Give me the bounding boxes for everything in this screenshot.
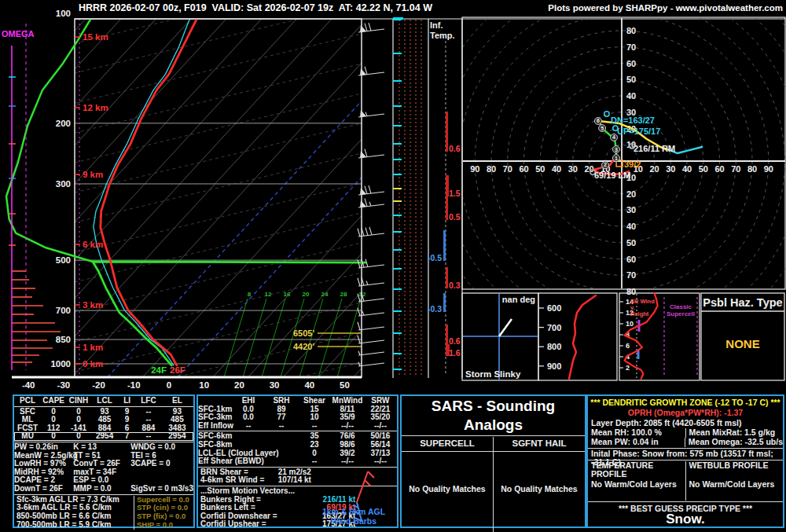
hodo-axis-label: 80: [487, 164, 496, 174]
hodograph-ring: [410, 0, 786, 373]
hodo-height-marker-label: 6: [597, 118, 600, 123]
mixing-ratio-label: 28: [340, 291, 347, 298]
hodo-axis-label: 70: [503, 164, 512, 174]
hodo-height-marker-label: 1: [615, 156, 618, 161]
isotherm-line: [72, 19, 402, 377]
srwind-axis-label: Height: [630, 310, 649, 317]
hodo-axis-label: 50: [626, 238, 636, 248]
dgz-stats-row2: Mean PW: 0.04 in Mean Omega: -32.5 ub/s: [588, 438, 783, 447]
sars-supercell-column: SUPERCELL No Quality Matches: [402, 437, 493, 532]
plot-shape: [362, 311, 364, 315]
plot-shape: [358, 283, 384, 286]
lapse-rates: Sfc-3km AGL LR = 7.3 C/km3-6km AGL LR = …: [14, 496, 134, 530]
barb-caption: 1km & 6km AGL Wind Barbs: [307, 507, 401, 526]
advection-bar: [446, 112, 448, 152]
advection-value: -0.5: [428, 253, 442, 262]
red-barb-feather: [368, 471, 374, 478]
hodo-axis-label: 50: [699, 164, 708, 174]
slinky-trace: [499, 319, 512, 336]
dry-adiabat-line: [75, 123, 362, 193]
stat-value: 3CAPE = 0: [130, 460, 193, 468]
sars-columns: SUPERCELL No Quality Matches SGFNT HAIL …: [402, 437, 585, 532]
hazard-title: Psbl Haz. Type: [703, 296, 782, 309]
table-cell: 23: [298, 441, 331, 449]
hodo-axis-label: 30: [666, 164, 675, 174]
hodo-axis-label: 20: [649, 164, 659, 174]
dewpoint-upper-curve: [6, 20, 93, 262]
wind-barb-icon: [358, 149, 384, 158]
dgz-mean-pw: Mean PW: 0.04 in: [588, 438, 685, 447]
hodo-annotation: DN=163/27: [611, 116, 655, 125]
table-cell: --: [136, 432, 161, 441]
pressure-label: 850: [56, 335, 71, 344]
isotherm-line: [37, 19, 367, 377]
dry-adiabat-line: [75, 4, 362, 73]
table-cell: Eff Inflow: [198, 422, 232, 431]
advection-bar: [443, 230, 446, 261]
hodo-axis-label: 30: [568, 164, 578, 174]
temperature-profile-column: TEMPERATURE PROFILE No Warm/Cold Layers: [588, 461, 685, 501]
srwind-tick-label: 6: [626, 342, 630, 350]
advection-value: 0.6: [449, 336, 461, 346]
isotherm-line: [108, 19, 438, 377]
mixing-ratio-label: 12: [265, 291, 272, 298]
advection-value: 0.5: [449, 212, 461, 222]
table-cell: CINH: [66, 397, 91, 405]
mixing-ratio-label: 20: [303, 291, 310, 298]
shear-row: Eff Shear (EBWD)----/----/--: [198, 457, 397, 466]
sars-supercell-value: No Quality Matches: [402, 485, 493, 493]
divider: [588, 501, 783, 502]
table-cell: MnWind: [331, 397, 364, 405]
parcel-thermo-panel: PCLCAPECINHLCLLILFCELSFC00939--93ML00485…: [13, 394, 195, 528]
surface-wetbulb-label: 24F: [151, 365, 167, 375]
wind-barb-icon: [358, 199, 384, 207]
temp-axis-label: 10: [199, 380, 209, 390]
temperature-curve: [101, 20, 196, 365]
derived-value: 107/14 kt: [278, 476, 311, 485]
inf-temp-label: Temp.: [430, 31, 455, 40]
dry-adiabat-line: [75, 34, 362, 103]
hodo-axis-label: 30: [626, 205, 636, 215]
hodo-axis-label: 20: [584, 164, 593, 174]
parcel-row-mu: MU0029547--2954: [14, 432, 193, 441]
hodo-axis-label: 60: [626, 59, 636, 68]
hodograph-frame: [462, 17, 785, 289]
table-cell: 7: [118, 432, 136, 441]
dgz-top-label: 6505': [293, 328, 314, 338]
wind-barb-icon: [358, 110, 384, 117]
table-cell: LCL: [91, 397, 118, 405]
plot-shape: [360, 110, 366, 117]
height-label: 1 km: [83, 343, 103, 352]
wind-barb-icon: [358, 362, 384, 366]
pressure-label: 700: [56, 306, 71, 315]
temp-axis-label: 30: [270, 380, 280, 390]
hodo-axis-label: 60: [519, 164, 528, 174]
thermo-stats-row: DownT = 26FMMP = 0.0SigSvr = 0 m3/s3: [14, 485, 193, 493]
plot-shape: [358, 340, 384, 343]
slinky-label: Storm Slinky: [465, 369, 521, 379]
mixing-ratio-label: 24: [321, 291, 329, 298]
shear-header-row: EHISRHShearMnWindSRW: [198, 397, 397, 405]
temp-axis-label: -40: [22, 380, 35, 390]
thetae-curve: [569, 295, 596, 379]
sars-hail-header: SGFNT HAIL: [494, 437, 585, 452]
plot-shape: [358, 351, 360, 355]
pressure-label: 1000: [50, 359, 71, 369]
plot-shape: [365, 228, 368, 236]
table-cell: MU: [14, 432, 41, 441]
dgz-mean-omega: Mean Omega: -32.5 ub/s: [685, 438, 783, 447]
hodo-axis-label: 50: [535, 164, 545, 174]
table-cell: 56/14: [364, 441, 397, 449]
hodo-axis-label: 40: [682, 164, 692, 174]
isotherm-line: [142, 19, 472, 377]
sars-hail-value: No Quality Matches: [494, 485, 585, 493]
thermo-stats: PW = 0.26inK = 13WNDG = 0.0MeanW = 2.5g/…: [14, 443, 193, 493]
temp-axis-label: -20: [92, 380, 105, 390]
stat-value: MMP = 0.0: [73, 485, 130, 493]
hodo-axis-label: 50: [626, 75, 636, 84]
hodo-axis-label: 60: [714, 164, 724, 174]
hodo-axis-label: 90: [470, 164, 479, 174]
dgz-bottom-label: 4420': [293, 342, 314, 351]
dry-adiabat-line: [75, 183, 362, 252]
thermo-stats-row: PW = 0.26inK = 13WNDG = 0.0: [14, 443, 193, 452]
